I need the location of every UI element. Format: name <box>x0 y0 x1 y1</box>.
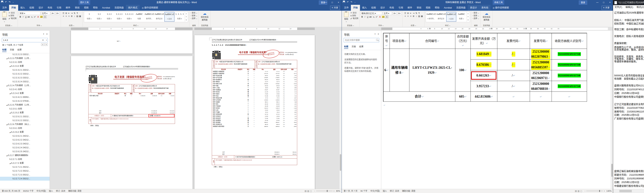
font-size-select[interactable]: 五号 ▾ <box>383 12 392 15</box>
nav-tab-标题[interactable]: 标题 <box>2 48 6 52</box>
word-count[interactable]: 80253 个字 <box>23 189 34 193</box>
style-↵正文[interactable]: AaBbCcDc↵正文 <box>164 12 174 22</box>
tab-邮件[interactable]: 邮件 <box>64 5 72 11</box>
nav-tree-item[interactable]: 5.2.2.7.1 合同 <box>0 157 50 161</box>
styles-gallery-arrows[interactable]: ▴▾⊽ <box>466 12 470 22</box>
zoom-level[interactable]: 140% <box>606 189 612 193</box>
language-indicator[interactable]: 中文(中国) <box>36 189 46 193</box>
zoom-level[interactable]: 80% <box>336 189 340 193</box>
tab-绘图[interactable]: 绘图 <box>27 5 36 11</box>
font-size-select[interactable]: 五号 ▾ <box>41 12 50 15</box>
notepad-menu-格式(O)[interactable]: 格式(O) <box>636 6 644 8</box>
sort-icon[interactable]: ⇅ <box>415 12 418 14</box>
shading-icon[interactable]: ▨ <box>76 15 79 17</box>
show-marks-icon[interactable]: ¶ <box>76 12 79 14</box>
superscript-button[interactable]: x² <box>375 16 378 18</box>
left-vertical-scrollbar[interactable] <box>339 31 342 189</box>
table-header-cell[interactable]: 合同金额（万元） <box>455 33 471 49</box>
empty-cell[interactable] <box>552 92 587 102</box>
table-header-cell[interactable]: 项目名称 <box>390 33 410 49</box>
minimize-button[interactable]: — <box>594 0 600 5</box>
invoice-amount-cell[interactable]: 1.681849 <box>471 49 497 59</box>
invoice-amount-cell[interactable]: 0.661263 <box>471 70 497 81</box>
payee-taxid-cell[interactable]: 91211103MA0YAY7340 <box>552 59 587 70</box>
paste-button[interactable]: 粘贴⌄ <box>1 11 8 23</box>
nav-tree-item[interactable]: 5.2.2.6.1 合同 <box>0 126 50 130</box>
nav-tree-item[interactable]: ◢5.2.2.6.2 发票 <box>0 130 50 134</box>
qat-customize-icon[interactable]: ⌄ <box>354 1 356 3</box>
total-label-cell[interactable]: 合计 <box>384 92 455 102</box>
tab-帮助[interactable]: 帮助 <box>91 5 100 11</box>
table-cell[interactable]: 6 <box>384 49 390 92</box>
justify-icon[interactable]: ≣ <box>70 15 73 17</box>
redo-icon[interactable]: ↷ <box>9 1 10 3</box>
italic-button[interactable]: I <box>364 16 366 18</box>
notepad-text-area[interactable]: 辽河油田公司2026年通用车辆维修服务（一标段）投标信息招标人： 中国石油天然气… <box>613 9 644 189</box>
tab-布局[interactable]: 布局 <box>387 5 396 11</box>
查找-button[interactable]: ▫ 查找 ⌄ <box>190 11 198 14</box>
style-表内列...[interactable]: AaBbCcD表内列... <box>144 12 154 22</box>
style-表内正文[interactable]: AaBbCcDc表内正文 <box>436 12 446 22</box>
table-header-cell[interactable]: 合同编号 <box>410 33 455 49</box>
styles-gallery-arrows[interactable]: ▴▾⊽ <box>185 12 188 22</box>
accessibility-status[interactable]: 辅助功能: 调查 <box>402 189 415 193</box>
zoom-slider[interactable]: −+ <box>584 189 605 193</box>
maximize-button[interactable]: □ <box>600 0 607 5</box>
payee-taxid-cell[interactable]: 91211103MA0YAY7340 <box>552 49 587 59</box>
payee-taxid-cell[interactable]: 91211103MA0YAY7340 <box>552 70 587 81</box>
nav-tree-item[interactable]: ◢5.2.2.3.2 发票 <box>0 64 50 68</box>
indent-icon[interactable]: ⇥ <box>412 12 415 14</box>
chevron-down-icon[interactable]: ▾ <box>374 33 376 35</box>
track-changes[interactable]: 修订: 关闭 <box>56 189 65 193</box>
invoice-number-cell[interactable]: 25212000000022079863 <box>530 49 552 59</box>
nav-tab-页面[interactable]: 页面 <box>10 48 14 52</box>
nav-tree-item[interactable]: 5.2.2.3.2.1 23212... <box>0 68 50 72</box>
scrollbar-thumb[interactable] <box>619 190 632 192</box>
table-cell[interactable]: 通用车辆维修 8 <box>390 49 410 92</box>
close-icon[interactable]: ✕ <box>46 33 48 35</box>
format-painter-button[interactable]: 🖌︎ 格式刷 <box>8 17 16 20</box>
nav-tab-页面[interactable]: 页面 <box>352 45 356 49</box>
empty-cell[interactable] <box>530 92 552 102</box>
scrollbar-thumb[interactable] <box>340 154 341 171</box>
table-header-cell[interactable]: 发票代码 <box>497 33 530 49</box>
increase-font-icon[interactable]: A˄ <box>51 12 55 15</box>
替换-button[interactable]: ▫ 替换 ⌄ <box>190 14 198 17</box>
tab-百度网盘[interactable]: 百度网盘 <box>112 5 126 11</box>
invoice-amount-cell[interactable]: 8.670386 <box>471 59 497 70</box>
total-invoiced-cell[interactable]: 442.813686 <box>471 92 497 102</box>
nav-tab-结果[interactable]: 结果 <box>18 48 22 52</box>
maximize-button[interactable]: □ <box>329 0 335 5</box>
numbering-icon[interactable]: ≣ <box>65 12 68 14</box>
tab-插入[interactable]: 插入 <box>18 5 27 11</box>
decrease-font-icon[interactable]: A˅ <box>56 12 60 15</box>
copy-button[interactable]: ⧉ 复制 <box>350 14 358 17</box>
track-changes[interactable]: 修订: 关闭 <box>390 189 399 193</box>
选择-button[interactable]: ▫ 选择 ⌄ <box>190 17 198 20</box>
tab-Acrobat[interactable]: Acrobat <box>100 5 112 11</box>
tab-视图[interactable]: 视图 <box>424 5 432 11</box>
notepad-horizontal-scrollbar[interactable] <box>613 189 644 193</box>
tab-审阅[interactable]: 审阅 <box>72 5 82 11</box>
tab-视图[interactable]: 视图 <box>82 5 91 11</box>
nav-tree-item[interactable]: 5.2.2.2.2.3 23212... <box>0 52 50 56</box>
close-button[interactable]: × <box>607 0 613 5</box>
previous-result-button[interactable]: ∧ <box>41 43 44 46</box>
tab-邮件[interactable]: 邮件 <box>405 5 414 11</box>
share-button[interactable]: 共享 <box>602 6 611 10</box>
查找-button[interactable]: ▫ 查找 ⌄ <box>472 11 479 14</box>
bullets-icon[interactable]: ☰ <box>62 12 65 14</box>
style-标题 6[interactable]: 1. 1. 1. 1标题 6 <box>175 12 184 22</box>
borders-icon[interactable]: ▦ <box>79 15 82 17</box>
tab-Acrobat[interactable]: Acrobat <box>442 5 454 11</box>
indent-icon[interactable]: ⇥ <box>70 12 73 14</box>
view-mode-buttons[interactable]: ▤▥▢ <box>575 189 583 193</box>
align-center-icon[interactable]: ≡ <box>65 15 68 17</box>
invoice-number-cell[interactable]: 25212000000840708810 <box>530 81 552 92</box>
nav-tab-结果[interactable]: 结果 <box>359 45 364 49</box>
language-indicator[interactable]: 中文(中国) <box>370 189 380 193</box>
invoice-code-cell[interactable]: / <box>497 81 530 92</box>
style-标题[interactable]: AaBbC标题 <box>134 12 144 22</box>
total-contract-cell[interactable]: 605 <box>455 92 471 102</box>
tab-帮助[interactable]: 帮助 <box>432 5 442 11</box>
